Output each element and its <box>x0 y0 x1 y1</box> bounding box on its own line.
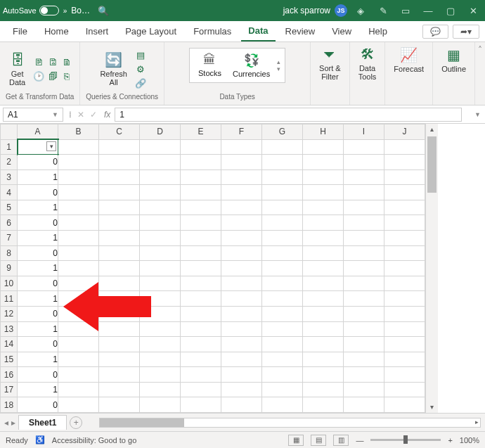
share-button[interactable]: ➦▾ <box>453 25 479 39</box>
cell-G6[interactable] <box>262 215 303 231</box>
qat-overflow-icon[interactable]: » <box>63 7 67 15</box>
from-table-icon[interactable]: 🗎 <box>60 56 73 68</box>
dt-up-icon[interactable]: ▴ <box>277 58 280 65</box>
cell-I10[interactable] <box>344 276 384 291</box>
cell-F18[interactable] <box>221 397 262 413</box>
cell-D8[interactable] <box>140 245 181 261</box>
cell-C17[interactable] <box>99 382 140 397</box>
row-header-12[interactable]: 12 <box>1 306 18 321</box>
cell-C13[interactable] <box>99 321 140 337</box>
tab-review[interactable]: Review <box>278 22 323 41</box>
cell-J14[interactable] <box>384 337 425 352</box>
cell-A15[interactable]: 1 <box>18 352 58 367</box>
cell-A1[interactable]: ▾ <box>18 139 58 155</box>
cell-G4[interactable] <box>262 185 303 200</box>
cell-E16[interactable] <box>181 367 221 383</box>
currencies-button[interactable]: 💱Currencies <box>228 53 274 78</box>
cell-D11[interactable] <box>140 291 181 307</box>
cell-F15[interactable] <box>221 352 262 367</box>
cell-J3[interactable] <box>384 169 425 185</box>
row-header-10[interactable]: 10 <box>1 276 18 291</box>
forecast-button[interactable]: 📈Forecast <box>391 45 427 75</box>
cell-F11[interactable] <box>221 291 262 307</box>
normal-view-icon[interactable]: ▦ <box>288 435 304 446</box>
zoom-in-icon[interactable]: + <box>448 436 452 444</box>
cell-E1[interactable] <box>181 139 221 155</box>
maximize-icon[interactable]: ▢ <box>441 6 460 16</box>
cell-G8[interactable] <box>262 245 303 261</box>
cell-E8[interactable] <box>181 245 221 261</box>
cell-F9[interactable] <box>221 261 262 276</box>
cell-H5[interactable] <box>303 200 344 215</box>
cell-E15[interactable] <box>181 352 221 367</box>
cell-J16[interactable] <box>384 367 425 383</box>
row-header-7[interactable]: 7 <box>1 231 18 246</box>
col-header-H[interactable]: H <box>303 124 344 140</box>
cell-B15[interactable] <box>58 352 99 367</box>
cell-J15[interactable] <box>384 352 425 367</box>
row-header-5[interactable]: 5 <box>1 200 18 215</box>
col-header-J[interactable]: J <box>384 124 425 140</box>
col-header-E[interactable]: E <box>181 124 221 140</box>
cell-J6[interactable] <box>384 215 425 231</box>
col-header-B[interactable]: B <box>58 124 99 140</box>
cell-J5[interactable] <box>384 200 425 215</box>
row-header-2[interactable]: 2 <box>1 155 18 170</box>
cell-C15[interactable] <box>99 352 140 367</box>
cell-B9[interactable] <box>58 261 99 276</box>
new-sheet-button[interactable]: + <box>70 416 82 429</box>
formula-input[interactable]: 1 <box>115 108 462 122</box>
cell-G16[interactable] <box>262 367 303 383</box>
col-header-F[interactable]: F <box>221 124 262 140</box>
row-header-15[interactable]: 15 <box>1 352 18 367</box>
cell-C10[interactable] <box>99 276 140 291</box>
cell-H18[interactable] <box>303 397 344 413</box>
scroll-up-icon[interactable]: ▴ <box>426 124 438 135</box>
tab-nav-next-icon[interactable]: ▸ <box>11 418 15 428</box>
cell-D2[interactable] <box>140 155 181 170</box>
cell-E12[interactable] <box>181 306 221 321</box>
cell-B2[interactable] <box>58 155 99 170</box>
cell-H8[interactable] <box>303 245 344 261</box>
cell-J2[interactable] <box>384 155 425 170</box>
expand-bar-icon[interactable]: ▼ <box>474 111 485 118</box>
cell-B4[interactable] <box>58 185 99 200</box>
col-header-D[interactable]: D <box>140 124 181 140</box>
cell-B14[interactable] <box>58 337 99 352</box>
cell-H13[interactable] <box>303 321 344 337</box>
cell-G14[interactable] <box>262 337 303 352</box>
cell-D15[interactable] <box>140 352 181 367</box>
cell-E6[interactable] <box>181 215 221 231</box>
cell-B1[interactable] <box>58 139 99 155</box>
worksheet-grid[interactable]: ABCDEFGHIJ1▾2031405160718091100111120131… <box>0 124 485 413</box>
cell-F2[interactable] <box>221 155 262 170</box>
comments-button[interactable]: 💬 <box>422 25 448 39</box>
cell-C2[interactable] <box>99 155 140 170</box>
cell-E5[interactable] <box>181 200 221 215</box>
tab-insert[interactable]: Insert <box>79 22 116 41</box>
cancel-icon[interactable]: ✕ <box>75 110 87 120</box>
cell-D5[interactable] <box>140 200 181 215</box>
cell-B11[interactable] <box>58 291 99 307</box>
cell-E4[interactable] <box>181 185 221 200</box>
properties-icon[interactable]: ⚙ <box>134 63 147 75</box>
cell-D4[interactable] <box>140 185 181 200</box>
cell-I18[interactable] <box>344 397 384 413</box>
cell-H12[interactable] <box>303 306 344 321</box>
cell-J8[interactable] <box>384 245 425 261</box>
cell-F10[interactable] <box>221 276 262 291</box>
cell-I2[interactable] <box>344 155 384 170</box>
row-header-9[interactable]: 9 <box>1 261 18 276</box>
cell-F3[interactable] <box>221 169 262 185</box>
cell-J11[interactable] <box>384 291 425 307</box>
scroll-thumb[interactable] <box>427 136 436 193</box>
collapse-ribbon-icon[interactable]: ˄ <box>475 42 485 55</box>
cell-A11[interactable]: 1 <box>18 291 58 307</box>
row-header-3[interactable]: 3 <box>1 169 18 185</box>
cell-I12[interactable] <box>344 306 384 321</box>
row-header-17[interactable]: 17 <box>1 382 18 397</box>
col-header-C[interactable]: C <box>99 124 140 140</box>
cell-C1[interactable] <box>99 139 140 155</box>
tab-nav-prev-icon[interactable]: ◂ <box>4 418 8 428</box>
cell-F12[interactable] <box>221 306 262 321</box>
